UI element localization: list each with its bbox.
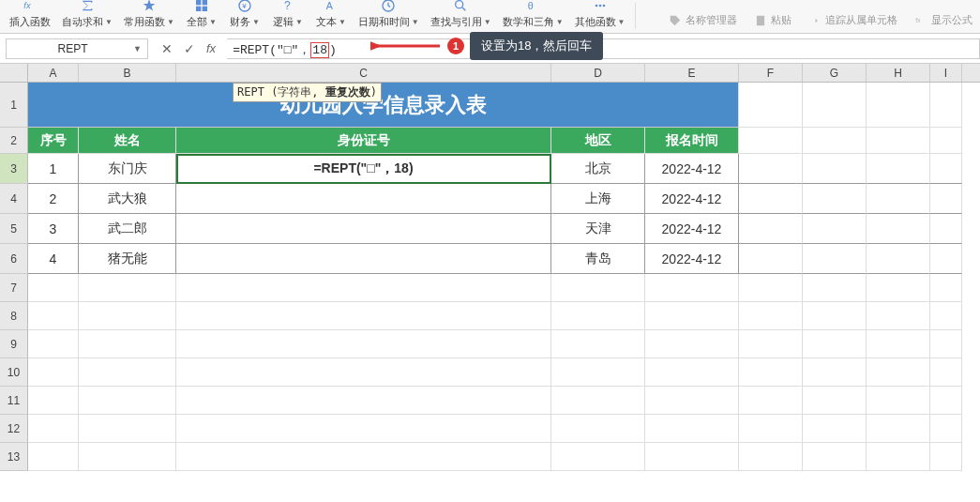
cell[interactable] <box>645 443 739 471</box>
cell[interactable] <box>803 214 867 244</box>
row-header[interactable]: 10 <box>0 358 28 387</box>
financial-button[interactable]: ¥ 财务▼ <box>223 0 266 29</box>
common-functions-button[interactable]: 常用函数▼ <box>118 0 180 29</box>
cell[interactable] <box>867 274 930 302</box>
cell[interactable] <box>803 358 867 387</box>
select-all-corner[interactable] <box>0 64 28 83</box>
cell[interactable]: 武二郎 <box>79 214 176 244</box>
spreadsheet-grid[interactable]: A B C D E F G H I REPT (字符串, 重复次数) 1 幼儿园… <box>0 64 980 471</box>
cell[interactable] <box>176 415 551 443</box>
cell[interactable] <box>867 330 930 358</box>
row-header[interactable]: 1 <box>0 83 28 128</box>
cell[interactable] <box>803 244 867 274</box>
cell[interactable]: 北京 <box>551 154 645 184</box>
header-cell[interactable]: 报名时间 <box>645 128 739 154</box>
cell[interactable] <box>79 443 176 471</box>
cell[interactable] <box>930 154 962 184</box>
other-functions-button[interactable]: 其他函数▼ <box>569 0 631 29</box>
cell[interactable] <box>28 387 79 415</box>
cell[interactable] <box>79 274 176 302</box>
cell[interactable] <box>930 387 962 415</box>
cell[interactable] <box>930 128 962 154</box>
cell[interactable]: 4 <box>28 244 79 274</box>
cell[interactable]: 天津 <box>551 214 645 244</box>
math-button[interactable]: θ 数学和三角▼ <box>497 0 569 29</box>
formula-input[interactable]: =REPT("□"，18) <box>227 38 980 59</box>
cell[interactable] <box>739 154 803 184</box>
cell[interactable] <box>803 154 867 184</box>
insert-function-button[interactable]: fx 插入函数 <box>4 0 56 29</box>
cell[interactable] <box>739 302 803 330</box>
logical-button[interactable]: ? 逻辑▼ <box>266 0 309 29</box>
cell[interactable] <box>645 330 739 358</box>
cell[interactable] <box>930 214 962 244</box>
cell[interactable] <box>176 274 551 302</box>
cell[interactable] <box>930 302 962 330</box>
row-header[interactable]: 12 <box>0 415 28 443</box>
all-functions-button[interactable]: 全部▼ <box>180 0 223 29</box>
cell[interactable]: 东门庆 <box>79 154 176 184</box>
cell[interactable] <box>739 184 803 214</box>
cell[interactable] <box>28 274 79 302</box>
row-header[interactable]: 5 <box>0 214 28 244</box>
name-manager-button[interactable]: 名称管理器 <box>665 11 741 29</box>
cell[interactable]: 青岛 <box>551 244 645 274</box>
col-header[interactable]: A <box>28 64 79 82</box>
cell[interactable] <box>803 302 867 330</box>
cell[interactable] <box>867 387 930 415</box>
cell[interactable] <box>176 244 551 274</box>
cell[interactable] <box>79 415 176 443</box>
cell[interactable] <box>867 244 930 274</box>
show-formula-button[interactable]: fx 显示公式 <box>911 11 976 29</box>
col-header[interactable]: D <box>551 64 645 82</box>
cell[interactable] <box>79 358 176 387</box>
row-header[interactable]: 11 <box>0 387 28 415</box>
row-header[interactable]: 13 <box>0 443 28 471</box>
row-header[interactable]: 8 <box>0 302 28 330</box>
cell[interactable] <box>645 274 739 302</box>
cell[interactable] <box>803 415 867 443</box>
cell[interactable] <box>645 387 739 415</box>
trace-dependents-button[interactable]: 追踪从属单元格 <box>805 11 901 29</box>
cell[interactable] <box>803 443 867 471</box>
cell[interactable] <box>551 274 645 302</box>
col-header[interactable]: H <box>867 64 930 82</box>
cell[interactable] <box>867 184 930 214</box>
cell[interactable] <box>176 443 551 471</box>
table-title[interactable]: 幼儿园入学信息录入表 <box>28 83 739 128</box>
cell[interactable] <box>739 330 803 358</box>
datetime-button[interactable]: 日期和时间▼ <box>353 0 425 29</box>
cell[interactable] <box>79 330 176 358</box>
cell[interactable] <box>645 358 739 387</box>
cell[interactable] <box>176 358 551 387</box>
cell[interactable] <box>739 274 803 302</box>
cell[interactable] <box>645 415 739 443</box>
cell[interactable]: 武大狼 <box>79 184 176 214</box>
cell[interactable] <box>739 128 803 154</box>
cell[interactable] <box>803 387 867 415</box>
cell[interactable] <box>551 358 645 387</box>
cell[interactable] <box>930 274 962 302</box>
cell[interactable] <box>930 330 962 358</box>
row-header[interactable]: 4 <box>0 184 28 214</box>
cell[interactable] <box>176 330 551 358</box>
cell[interactable] <box>930 358 962 387</box>
cell[interactable] <box>867 302 930 330</box>
row-header[interactable]: 6 <box>0 244 28 274</box>
cell[interactable] <box>28 358 79 387</box>
cell[interactable] <box>803 128 867 154</box>
autosum-button[interactable]: 自动求和▼ <box>56 0 118 29</box>
cell[interactable] <box>867 443 930 471</box>
cell[interactable] <box>551 415 645 443</box>
cell[interactable] <box>79 387 176 415</box>
cell[interactable]: 1 <box>28 154 79 184</box>
cell[interactable] <box>739 415 803 443</box>
cell[interactable]: 2022-4-12 <box>645 184 739 214</box>
cell[interactable]: 2022-4-12 <box>645 154 739 184</box>
cell[interactable] <box>551 443 645 471</box>
col-header[interactable]: B <box>79 64 176 82</box>
cell[interactable] <box>739 443 803 471</box>
cell[interactable] <box>930 184 962 214</box>
cell[interactable] <box>176 214 551 244</box>
cell[interactable] <box>867 128 930 154</box>
